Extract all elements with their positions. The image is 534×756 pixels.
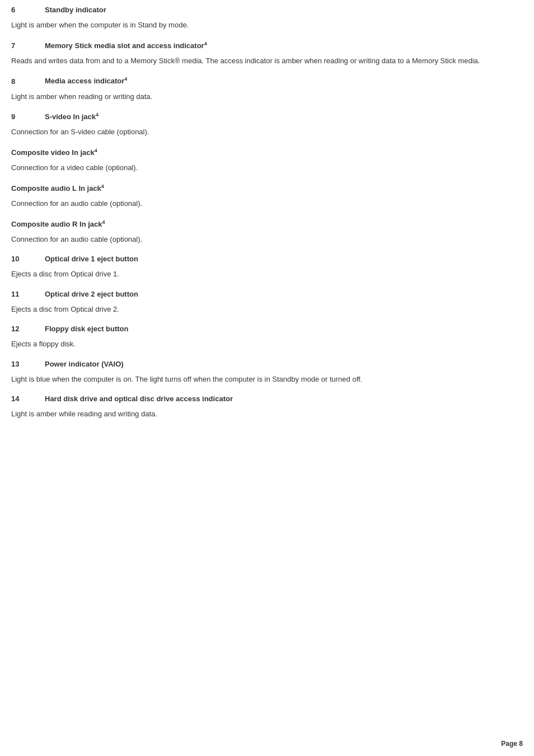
section-title-superscript: 4 (204, 41, 207, 46)
section-number: 6 (11, 6, 45, 14)
section-title: S-video In jack4 (45, 112, 99, 121)
section-description: Light is blue when the computer is on. T… (11, 374, 523, 385)
section-title: Memory Stick media slot and access indic… (45, 41, 207, 50)
section-title: Composite video In jack4 (11, 148, 523, 157)
section-title: Optical drive 2 eject button (45, 290, 138, 298)
section-header: 12Floppy disk eject button (11, 325, 523, 333)
section-description: Light is amber when reading or writing d… (11, 91, 523, 102)
section-7: Composite audio R In jack4Connection for… (11, 219, 523, 245)
section-number: 13 (11, 360, 45, 368)
section-11: 13Power indicator (VAIO)Light is blue wh… (11, 360, 523, 385)
section-title-superscript: 4 (95, 148, 97, 153)
section-title-superscript: 4 (96, 112, 99, 118)
section-header: 14Hard disk drive and optical disc drive… (11, 395, 523, 403)
section-description: Connection for an audio cable (optional)… (11, 234, 523, 245)
section-header: 6Standby indicator (11, 6, 523, 14)
section-number: 9 (11, 112, 45, 121)
section-title-superscript: 4 (124, 76, 127, 82)
section-description: Ejects a floppy disk. (11, 339, 523, 350)
section-9: 11Optical drive 2 eject buttonEjects a d… (11, 290, 523, 315)
section-header: 13Power indicator (VAIO) (11, 360, 523, 368)
section-number: 8 (11, 77, 45, 86)
section-2: 7Memory Stick media slot and access indi… (11, 41, 523, 67)
section-description: Connection for an S-video cable (optiona… (11, 126, 523, 138)
section-title-superscript: 4 (102, 219, 105, 225)
section-number: 11 (11, 290, 45, 298)
section-title: Media access indicator4 (45, 76, 127, 85)
section-4: 9S-video In jack4Connection for an S-vid… (11, 112, 523, 138)
page-number: Page 8 (501, 740, 523, 748)
section-description: Connection for an audio cable (optional)… (11, 198, 523, 209)
section-title: Optical drive 1 eject button (45, 255, 138, 263)
section-10: 12Floppy disk eject buttonEjects a flopp… (11, 325, 523, 350)
section-title: Standby indicator (45, 6, 106, 14)
section-header: 9S-video In jack4 (11, 112, 523, 121)
section-3: 8Media access indicator4Light is amber w… (11, 76, 523, 102)
section-description: Light is amber when the computer is in S… (11, 20, 523, 31)
section-number: 12 (11, 325, 45, 333)
section-8: 10Optical drive 1 eject buttonEjects a d… (11, 255, 523, 280)
section-number: 7 (11, 41, 45, 50)
section-description: Reads and writes data from and to a Memo… (11, 55, 523, 67)
section-title: Floppy disk eject button (45, 325, 129, 333)
section-5: Composite video In jack4Connection for a… (11, 148, 523, 173)
section-title: Composite audio R In jack4 (11, 219, 523, 228)
section-header: 8Media access indicator4 (11, 76, 523, 85)
section-number: 10 (11, 255, 45, 263)
section-header: 7Memory Stick media slot and access indi… (11, 41, 523, 50)
section-description: Ejects a disc from Optical drive 1. (11, 269, 523, 280)
section-title: Composite audio L In jack4 (11, 184, 523, 192)
section-title: Power indicator (VAIO) (45, 360, 124, 368)
section-1: 6Standby indicatorLight is amber when th… (11, 6, 523, 31)
section-title-superscript: 4 (101, 184, 104, 189)
section-description: Connection for a video cable (optional). (11, 162, 523, 173)
section-header: 10Optical drive 1 eject button (11, 255, 523, 263)
section-header: 11Optical drive 2 eject button (11, 290, 523, 298)
section-title: Hard disk drive and optical disc drive a… (45, 395, 233, 403)
section-6: Composite audio L In jack4Connection for… (11, 184, 523, 209)
section-description: Ejects a disc from Optical drive 2. (11, 304, 523, 315)
section-12: 14Hard disk drive and optical disc drive… (11, 395, 523, 420)
section-description: Light is amber while reading and writing… (11, 408, 523, 420)
section-number: 14 (11, 395, 45, 403)
